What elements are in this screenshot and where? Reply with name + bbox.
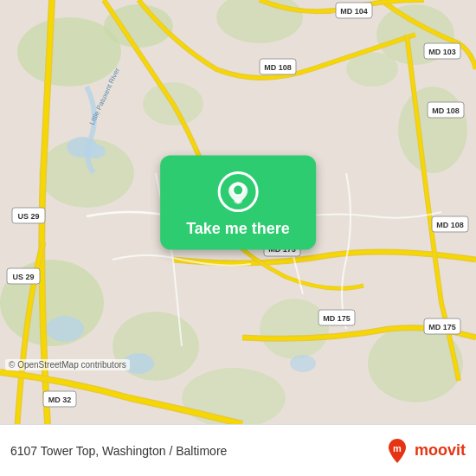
take-me-there-button[interactable]: Take me there: [186, 220, 290, 238]
svg-text:US 29: US 29: [12, 273, 34, 281]
take-me-there-card[interactable]: Take me there: [160, 156, 316, 250]
svg-text:MD 175: MD 175: [323, 314, 351, 323]
osm-credit: © OpenStreetMap contributors: [5, 359, 130, 370]
moovit-logo: m moovit: [383, 437, 466, 465]
svg-point-11: [260, 299, 329, 359]
moovit-pin-icon: m: [383, 437, 411, 465]
svg-text:MD 108: MD 108: [432, 106, 460, 115]
svg-text:MD 103: MD 103: [428, 48, 456, 56]
info-bar: 6107 Tower Top, Washington / Baltimore m…: [0, 424, 476, 476]
moovit-icon: m: [383, 437, 411, 465]
svg-text:MD 108: MD 108: [264, 63, 292, 72]
svg-point-5: [398, 87, 467, 173]
svg-text:MD 104: MD 104: [340, 7, 368, 16]
svg-text:MD 175: MD 175: [428, 323, 456, 331]
svg-text:US 29: US 29: [17, 212, 39, 221]
location-pin-icon: [217, 171, 259, 213]
moovit-name: moovit: [415, 441, 466, 460]
svg-point-16: [46, 316, 84, 342]
address-text: 6107 Tower Top, Washington / Baltimore: [10, 444, 227, 458]
svg-text:MD 108: MD 108: [436, 221, 464, 229]
map-container: MD 104 MD 103 MD 108 MD 108 MD 108 US 29…: [0, 0, 476, 424]
svg-point-45: [234, 186, 242, 195]
svg-text:m: m: [393, 443, 402, 453]
take-me-there-overlay: Take me there: [160, 156, 316, 250]
svg-point-10: [113, 312, 199, 381]
svg-point-18: [290, 355, 316, 372]
svg-text:MD 32: MD 32: [48, 396, 72, 404]
